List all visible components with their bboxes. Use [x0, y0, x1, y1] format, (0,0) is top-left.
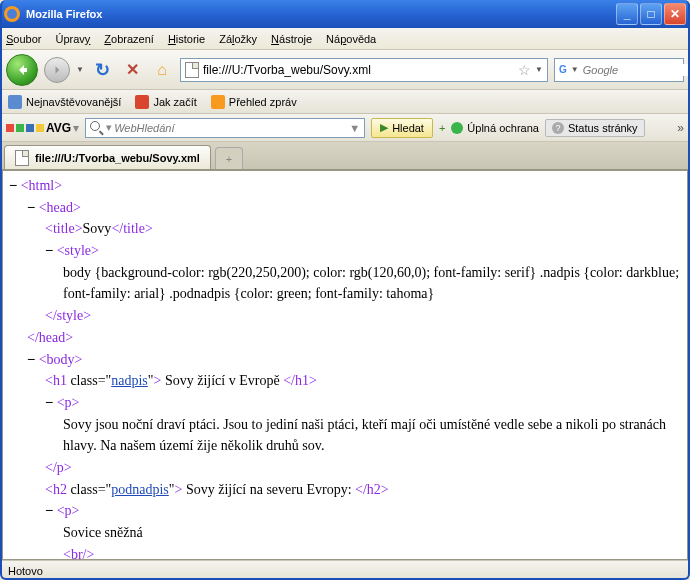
- menu-nástroje[interactable]: Nástroje: [271, 33, 312, 45]
- firefox-icon: [4, 6, 20, 22]
- google-icon: G: [559, 63, 567, 77]
- xml-line: − <head>: [27, 197, 681, 219]
- new-tab-button[interactable]: +: [215, 147, 243, 169]
- page-icon: [185, 62, 199, 78]
- xml-line: <title>Sovy</title>: [45, 218, 681, 240]
- menu-úpravy[interactable]: Úpravy: [55, 33, 90, 45]
- status-bar: Hotovo: [0, 560, 690, 580]
- url-bar[interactable]: ☆ ▼: [180, 58, 548, 82]
- avg-protection-label: Úplná ochrana: [467, 122, 539, 134]
- avg-search-button[interactable]: ▶ Hledat: [371, 118, 433, 138]
- bookmark-star-icon[interactable]: ☆: [518, 62, 531, 78]
- search-icon: [90, 121, 104, 135]
- xml-line: − <style>: [45, 240, 681, 262]
- stop-button[interactable]: ✕: [120, 58, 144, 82]
- reload-button[interactable]: ↻: [90, 58, 114, 82]
- window-titlebar: Mozilla Firefox _ □ ✕: [0, 0, 690, 28]
- xml-line: Sovice sněžná: [63, 522, 681, 544]
- avg-search-button-label: Hledat: [392, 122, 424, 134]
- avg-status-label: Status stránky: [568, 122, 638, 134]
- menubar: SouborÚpravyZobrazeníHistorieZáložkyNást…: [0, 28, 690, 50]
- url-input[interactable]: [203, 63, 514, 77]
- avg-toolbar: AVG ▾ ▾ ▼ ▶ Hledat + Úplná ochrana ? Sta…: [0, 114, 690, 142]
- back-button[interactable]: [6, 54, 38, 86]
- bookmarks-toolbar: NejnavštěvovanějšíJak začítPřehled zpráv: [0, 90, 690, 114]
- arrow-right-icon: [51, 64, 63, 76]
- search-input[interactable]: [583, 64, 690, 76]
- xml-line: − <html>: [9, 175, 681, 197]
- xml-line: − <p>: [45, 392, 681, 414]
- toolbar-overflow-button[interactable]: »: [677, 121, 684, 135]
- bookmark-přehled-zpráv[interactable]: Přehled zpráv: [211, 95, 297, 109]
- history-dropdown-button[interactable]: ▼: [76, 65, 84, 74]
- xml-line: <h1 class="nadpis"> Sovy žijící v Evropě…: [45, 370, 681, 392]
- avg-protection-link[interactable]: Úplná ochrana: [451, 122, 539, 134]
- home-button[interactable]: ⌂: [150, 58, 174, 82]
- avg-logo: AVG ▾: [6, 121, 79, 135]
- menu-soubor[interactable]: Soubor: [6, 33, 41, 45]
- menu-záložky[interactable]: Záložky: [219, 33, 257, 45]
- menu-nápověda[interactable]: Nápověda: [326, 33, 376, 45]
- shield-icon: [451, 122, 463, 134]
- expand-toggle[interactable]: −: [45, 394, 53, 410]
- firefox-icon: [135, 95, 149, 109]
- status-text: Hotovo: [8, 565, 43, 577]
- xml-line: </style>: [45, 305, 681, 327]
- expand-toggle[interactable]: −: [9, 177, 17, 193]
- tab-bar: file:///U:/Tvorba_webu/Sovy.xml +: [0, 142, 690, 170]
- xml-line: <h2 class="podnadpis"> Sovy žijící na se…: [45, 479, 681, 501]
- plus-icon[interactable]: +: [439, 122, 445, 134]
- tab-label: file:///U:/Tvorba_webu/Sovy.xml: [35, 152, 200, 164]
- xml-line: </head>: [27, 327, 681, 349]
- url-dropdown-button[interactable]: ▼: [535, 65, 543, 74]
- expand-toggle[interactable]: −: [27, 351, 35, 367]
- xml-line: </p>: [45, 457, 681, 479]
- window-minimize-button[interactable]: _: [616, 3, 638, 25]
- page-icon: [15, 150, 29, 166]
- avg-brand-text: AVG: [46, 121, 71, 135]
- question-icon: ?: [552, 122, 564, 134]
- expand-toggle[interactable]: −: [45, 502, 53, 518]
- window-maximize-button[interactable]: □: [640, 3, 662, 25]
- search-engine-dropdown[interactable]: ▼: [571, 65, 579, 74]
- avg-status-button[interactable]: ? Status stránky: [545, 119, 645, 137]
- expand-toggle[interactable]: −: [27, 199, 35, 215]
- avg-search-input[interactable]: [114, 122, 349, 134]
- menu-historie[interactable]: Historie: [168, 33, 205, 45]
- window-title: Mozilla Firefox: [26, 8, 616, 20]
- xml-line: <br/>: [63, 544, 681, 560]
- bookmark-nejnavštěvovanější[interactable]: Nejnavštěvovanější: [8, 95, 121, 109]
- tab-active[interactable]: file:///U:/Tvorba_webu/Sovy.xml: [4, 145, 211, 169]
- rss-icon: [211, 95, 225, 109]
- xml-line: Sovy jsou noční draví ptáci. Jsou to jed…: [63, 414, 681, 457]
- window-close-button[interactable]: ✕: [664, 3, 686, 25]
- bookmark-jak-začít[interactable]: Jak začít: [135, 95, 196, 109]
- content-area[interactable]: − <html>− <head><title>Sovy</title>− <st…: [2, 170, 688, 560]
- menu-zobrazení[interactable]: Zobrazení: [104, 33, 154, 45]
- arrow-left-icon: [14, 62, 30, 78]
- xml-line: − <p>: [45, 500, 681, 522]
- forward-button[interactable]: [44, 57, 70, 83]
- xml-line: − <body>: [27, 349, 681, 371]
- navigation-toolbar: ▼ ↻ ✕ ⌂ ☆ ▼ G ▼: [0, 50, 690, 90]
- expand-toggle[interactable]: −: [45, 242, 53, 258]
- xml-line: body {background-color: rgb(220,250,200)…: [63, 262, 681, 305]
- search-box[interactable]: G ▼: [554, 58, 684, 82]
- folder-icon: [8, 95, 22, 109]
- avg-search-box[interactable]: ▾ ▼: [85, 118, 365, 138]
